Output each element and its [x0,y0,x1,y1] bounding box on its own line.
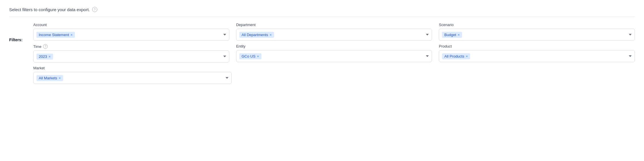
account-label: Account [33,23,229,27]
scenario-tag: Budget × [442,32,462,38]
entity-select[interactable]: GCo US × [236,50,432,62]
filter-group-department: Department All Departments × [236,23,432,41]
entity-tag-close[interactable]: × [257,54,259,58]
account-tag: Income Statement × [36,32,75,38]
department-tag-text: All Departments [242,33,268,37]
department-label: Department [236,23,432,27]
scenario-tag-text: Budget [444,33,456,37]
scenario-label: Scenario [439,23,635,27]
market-select[interactable]: All Markets × [33,72,232,84]
time-help-icon[interactable]: ? [43,44,48,49]
product-tag: All Products × [442,53,470,59]
account-tag-close[interactable]: × [71,33,73,37]
filter-group-account: Account Income Statement × [33,23,229,41]
time-label: Time ? [33,44,229,49]
product-select[interactable]: All Products × [439,50,635,62]
filters-label: Filters: [9,23,26,42]
department-tag-close[interactable]: × [269,33,272,37]
market-dropdown-arrow-icon[interactable] [226,77,228,79]
time-tag-close[interactable]: × [49,55,51,58]
header-row: Select filters to configure your data ex… [9,7,635,17]
account-dropdown-arrow-icon[interactable] [223,34,226,36]
scenario-dropdown-arrow-icon[interactable] [629,34,632,36]
account-tag-text: Income Statement [39,33,69,37]
entity-tag: GCo US × [239,53,261,59]
filter-group-scenario: Scenario Budget × [439,23,635,41]
filters-section: Filters: Account Income Statement × [9,23,635,87]
product-dropdown-arrow-icon[interactable] [629,55,632,57]
filter-group-product: Product All Products × [439,44,635,62]
header-text: Select filters to configure your data ex… [9,7,90,12]
product-label: Product [439,44,635,48]
time-select[interactable]: 2023 × [33,50,229,62]
filter-row-3: Market All Markets × [33,66,635,84]
market-label: Market [33,66,232,70]
market-tag-close[interactable]: × [59,76,61,80]
department-dropdown-arrow-icon[interactable] [426,34,429,36]
filter-group-entity: Entity GCo US × [236,44,432,62]
filters-grid: Account Income Statement × Department [33,23,635,87]
filter-row-2: Time ? 2023 × Entity [33,44,635,62]
scenario-tag-close[interactable]: × [458,33,460,37]
market-tag-text: All Markets [39,76,57,80]
department-tag: All Departments × [239,32,274,38]
entity-dropdown-arrow-icon[interactable] [426,55,429,57]
header-help-icon[interactable]: ? [92,7,97,12]
filter-group-market: Market All Markets × [33,66,232,84]
market-tag: All Markets × [36,75,63,81]
time-tag-text: 2023 [39,54,47,59]
filter-row-1: Account Income Statement × Department [33,23,635,41]
account-select[interactable]: Income Statement × [33,29,229,41]
entity-tag-text: GCo US [242,54,255,58]
filter-group-time: Time ? 2023 × [33,44,229,62]
page-container: Select filters to configure your data ex… [0,0,644,94]
time-dropdown-arrow-icon[interactable] [223,56,226,57]
product-tag-close[interactable]: × [466,54,468,58]
department-select[interactable]: All Departments × [236,29,432,41]
time-tag: 2023 × [36,54,53,60]
entity-label: Entity [236,44,432,48]
product-tag-text: All Products [444,54,464,58]
scenario-select[interactable]: Budget × [439,29,635,41]
